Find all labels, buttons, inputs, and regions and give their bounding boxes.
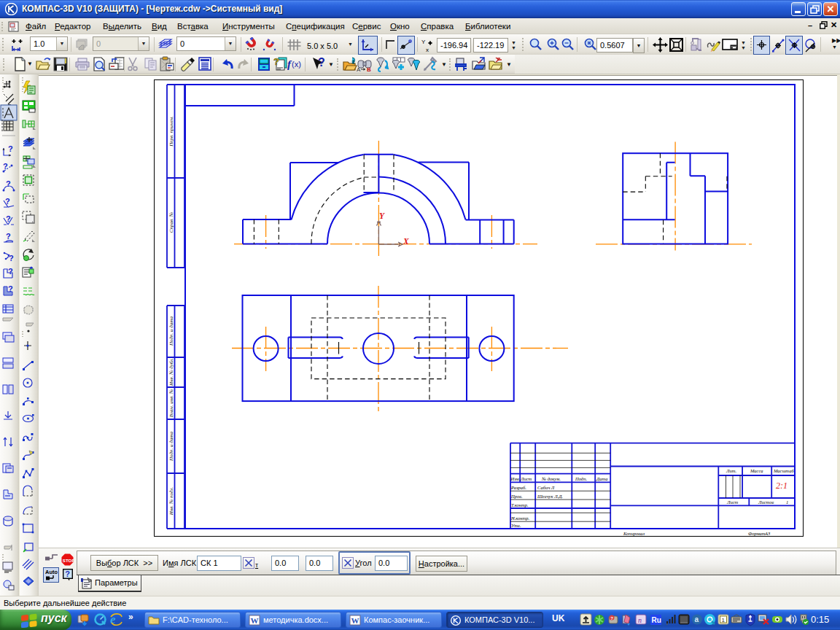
svg-text:Лит.: Лит. (726, 468, 736, 473)
svg-text:a: a (695, 615, 699, 623)
svg-text:Auto: Auto (45, 569, 58, 575)
svg-text:Сабич Л: Сабич Л (537, 485, 555, 490)
svg-text:Перв. примен.: Перв. примен. (168, 116, 174, 147)
svg-text:Взам. инв. №: Взам. инв. № (168, 389, 174, 417)
svg-text:1: 1 (722, 617, 726, 623)
svg-text:Дата: Дата (596, 476, 607, 481)
svg-text:Изм.: Изм. (510, 476, 521, 481)
svg-text:W: W (251, 616, 259, 625)
svg-text:?: ? (5, 197, 10, 206)
svg-text:Пров.: Пров. (510, 494, 523, 499)
svg-text:Масса: Масса (750, 468, 763, 473)
svg-text:(x): (x) (292, 60, 301, 69)
svg-text:?: ? (8, 267, 13, 276)
svg-text:?: ? (318, 56, 325, 69)
svg-text:Т.контр.: Т.контр. (511, 502, 529, 508)
svg-text:?: ? (6, 179, 11, 188)
svg-text:Y: Y (421, 39, 426, 45)
svg-text:Разраб.: Разраб. (510, 485, 526, 490)
svg-text:Подп.: Подп. (575, 476, 587, 481)
svg-text:?: ? (9, 254, 14, 262)
svg-text:?: ? (273, 56, 279, 67)
svg-text:n: n (638, 616, 642, 624)
svg-text:2:1: 2:1 (776, 481, 788, 491)
svg-text:?: ? (8, 284, 13, 293)
svg-text:?: ? (65, 569, 70, 578)
svg-text:x: x (426, 47, 429, 53)
svg-text:Инв. № подл.: Инв. № подл. (168, 486, 174, 516)
svg-text:X: X (402, 237, 409, 246)
svg-text:Лист: Лист (726, 499, 739, 505)
svg-text:1: 1 (786, 499, 788, 505)
svg-text:?: ? (6, 232, 11, 241)
svg-text:Справ. №: Справ. № (168, 211, 174, 233)
svg-text:?: ? (3, 162, 8, 171)
svg-text:Шевчук Л.Д.: Шевчук Л.Д. (537, 494, 563, 499)
svg-text:Ru: Ru (652, 616, 661, 624)
svg-text:Подп. и дата: Подп. и дата (168, 316, 174, 346)
svg-text:?: ? (610, 616, 613, 621)
svg-text:Утв.: Утв. (511, 523, 521, 528)
svg-text:A: A (357, 66, 361, 72)
svg-text:B: B (367, 66, 371, 72)
svg-text:Формат: Формат (748, 531, 766, 536)
svg-text:Листов: Листов (758, 499, 774, 505)
svg-text:STOP: STOP (63, 558, 74, 563)
svg-text:№ докум.: № докум. (541, 476, 561, 481)
svg-text:Масштаб: Масштаб (773, 468, 794, 473)
svg-text:Н.контр.: Н.контр. (510, 516, 530, 521)
svg-text:Копировал: Копировал (623, 531, 645, 536)
svg-text:?: ? (6, 214, 11, 223)
svg-text:?: ? (8, 144, 13, 153)
svg-text:Y: Y (379, 211, 385, 220)
svg-text:A3: A3 (764, 531, 771, 536)
svg-text:Лист: Лист (520, 476, 532, 481)
svg-text:Инв. № дубл.: Инв. № дубл. (168, 358, 174, 386)
svg-text:Подп. и дата: Подп. и дата (168, 432, 174, 462)
svg-text:W: W (351, 616, 359, 625)
